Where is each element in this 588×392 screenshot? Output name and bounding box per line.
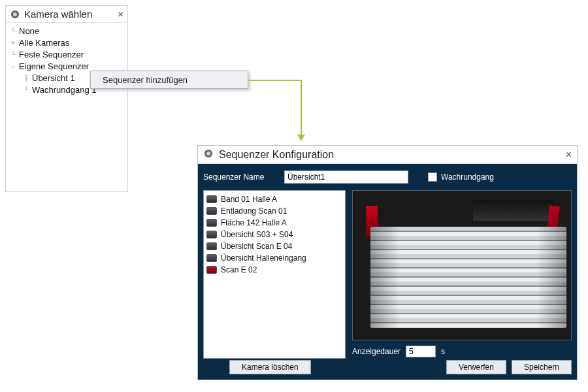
camera-label: Fläche 142 Halle A: [221, 218, 287, 227]
tree-item-label: Eigene Sequenzer: [19, 61, 89, 71]
config-body: Sequenzer Name Wachrundgang Band 01 Hall…: [198, 164, 577, 380]
tree-item-label: Wachrundgang 1: [32, 85, 97, 95]
list-item[interactable]: Entladung Scan 01: [206, 205, 342, 217]
camera-icon: [206, 242, 217, 250]
flow-arrow: [248, 80, 302, 81]
list-item[interactable]: Fläche 142 Halle A: [206, 217, 342, 229]
discard-button[interactable]: Verwerfen: [446, 360, 506, 374]
tree-branch-icon: └: [8, 49, 18, 61]
duration-input[interactable]: [406, 346, 436, 357]
list-item[interactable]: Übersicht Halleneingang: [206, 252, 342, 264]
tree-item-label: Alle Kameras: [19, 38, 69, 48]
flow-arrow-head-icon: [297, 135, 305, 141]
tree-item-none[interactable]: └ None: [8, 25, 126, 37]
config-titlebar: Sequenzer Konfiguration ×: [198, 146, 577, 164]
preview-detail: [473, 200, 554, 221]
camera-label: Scan E 02: [221, 265, 257, 274]
patrol-label: Wachrundgang: [441, 172, 494, 182]
camera-list[interactable]: Band 01 Halle A Entladung Scan 01 Fläche…: [203, 190, 346, 359]
camera-icon: [206, 195, 217, 203]
camera-preview: [352, 190, 572, 340]
config-main: Band 01 Halle A Entladung Scan 01 Fläche…: [203, 190, 572, 359]
collapse-icon[interactable]: –: [8, 61, 18, 73]
camera-label: Übersicht Halleneingang: [221, 253, 306, 263]
sequencer-name-label: Sequenzer Name: [203, 172, 276, 182]
save-button[interactable]: Speichern: [512, 360, 572, 374]
preview-column: Anzeigedauer s: [352, 190, 572, 359]
camera-label: Übersicht Scan E 04: [221, 242, 292, 251]
tree-item-label: Übersicht 1: [32, 73, 75, 83]
close-icon[interactable]: ×: [566, 149, 572, 161]
list-item[interactable]: Übersicht S03 + S04: [206, 229, 342, 240]
svg-point-3: [206, 152, 210, 155]
camera-label: Band 01 Halle A: [221, 195, 277, 204]
context-menu-label: Sequenzer hinzufügen: [103, 75, 188, 85]
camera-icon: [206, 207, 217, 215]
checkbox-icon: [428, 172, 437, 182]
flow-arrow: [301, 80, 302, 136]
camera-icon: [206, 231, 217, 238]
config-title: Sequenzer Konfiguration: [219, 149, 561, 161]
camera-icon: [206, 254, 217, 262]
camera-icon: [206, 266, 217, 274]
tree-item-label: None: [19, 26, 39, 36]
sequencer-config-window: Sequenzer Konfiguration × Sequenzer Name…: [197, 145, 578, 380]
tree-item-label: Feste Sequenzer: [19, 50, 84, 59]
duration-label: Anzeigedauer: [352, 347, 400, 356]
app-icon: [203, 148, 214, 161]
patrol-checkbox[interactable]: Wachrundgang: [428, 172, 494, 182]
list-item[interactable]: Band 01 Halle A: [206, 193, 342, 205]
spacer: [316, 360, 441, 374]
delete-camera-button[interactable]: Kamera löschen: [229, 360, 311, 374]
camera-select-titlebar: Kamera wählen ×: [6, 6, 127, 23]
svg-point-1: [13, 12, 17, 16]
tree-item-fixed-sequencers[interactable]: └ Feste Sequenzer: [8, 49, 126, 61]
list-item[interactable]: Scan E 02: [206, 264, 342, 276]
camera-label: Übersicht S03 + S04: [221, 230, 293, 239]
duration-row: Anzeigedauer s: [352, 344, 572, 359]
tree-branch-icon: └: [22, 84, 31, 96]
camera-select-window: Kamera wählen × └ None + Alle Kameras └ …: [5, 5, 128, 192]
camera-label: Entladung Scan 01: [221, 206, 287, 216]
app-icon: [10, 9, 20, 20]
sequencer-name-input[interactable]: [284, 171, 408, 184]
tree-branch-icon: └: [8, 25, 18, 37]
name-row: Sequenzer Name Wachrundgang: [203, 169, 572, 185]
expand-icon[interactable]: +: [8, 37, 18, 49]
context-menu-add-sequencer[interactable]: Sequenzer hinzufügen: [90, 71, 248, 89]
preview-content: [370, 227, 567, 328]
camera-select-title: Kamera wählen: [24, 8, 114, 20]
close-icon[interactable]: ×: [118, 8, 123, 20]
list-item[interactable]: Übersicht Scan E 04: [206, 240, 342, 252]
duration-unit: s: [441, 347, 445, 356]
camera-icon: [206, 219, 217, 227]
tree-branch-icon: ├: [22, 73, 31, 84]
config-button-row: Kamera löschen Verwerfen Speichern: [203, 360, 572, 374]
tree-item-all-cameras[interactable]: + Alle Kameras: [8, 37, 126, 49]
